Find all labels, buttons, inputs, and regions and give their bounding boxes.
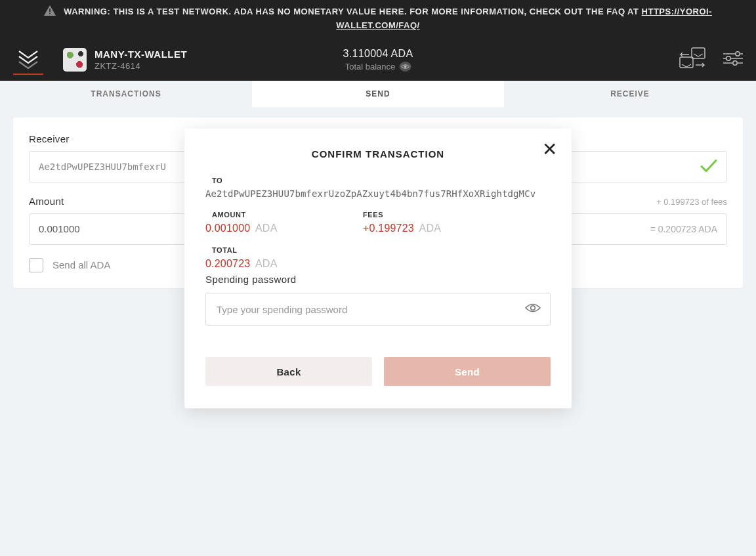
modal-to-label: TO xyxy=(212,177,551,184)
confirm-transaction-modal: ✕ CONFIRM TRANSACTION TO Ae2tdPwUPEZ3HUU… xyxy=(184,129,572,408)
modal-total-cur: ADA xyxy=(255,258,278,269)
modal-amount-label: AMOUNT xyxy=(212,211,337,219)
modal-fees-label: FEES xyxy=(363,211,494,219)
spending-password-input[interactable] xyxy=(217,304,517,315)
modal-total-label: TOTAL xyxy=(212,246,551,254)
modal-total-num: 0.200723 xyxy=(205,258,250,269)
modal-fees-num: +0.199723 xyxy=(363,223,414,234)
modal-overlay: ✕ CONFIRM TRANSACTION TO Ae2tdPwUPEZ3HUU… xyxy=(0,0,756,556)
spending-password-field[interactable] xyxy=(205,293,551,326)
spending-password-label: Spending password xyxy=(205,274,551,285)
send-button[interactable]: Send xyxy=(384,357,551,386)
svg-point-11 xyxy=(531,306,536,310)
password-visibility-icon[interactable] xyxy=(525,302,541,316)
modal-title: CONFIRM TRANSACTION xyxy=(205,148,551,160)
close-icon[interactable]: ✕ xyxy=(542,140,557,159)
modal-amount-cur: ADA xyxy=(255,223,278,234)
modal-to-value: Ae2tdPwUPEZ3HUU7bmfexrUzoZpAZxuyt4b4bn7f… xyxy=(205,188,551,199)
modal-amount-num: 0.001000 xyxy=(205,223,250,234)
back-button[interactable]: Back xyxy=(205,357,372,386)
modal-fees-cur: ADA xyxy=(419,223,442,234)
